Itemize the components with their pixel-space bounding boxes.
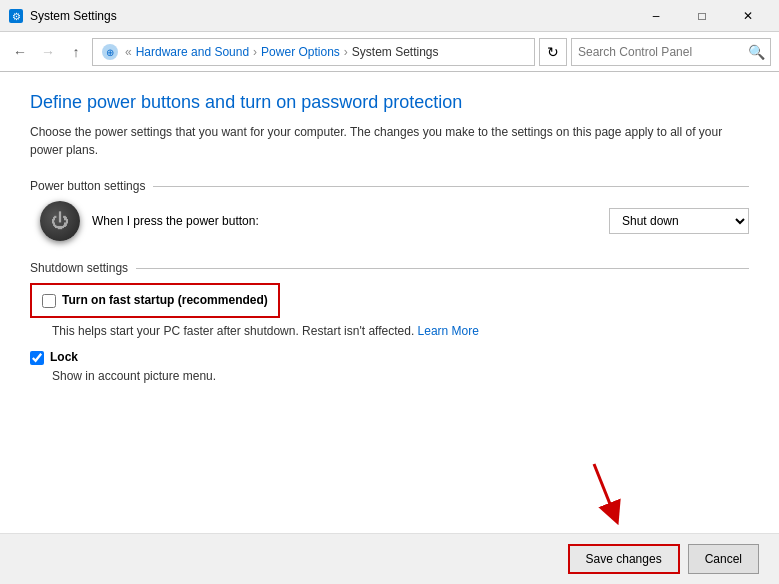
- power-button-section-header: Power button settings: [30, 179, 749, 193]
- lock-label[interactable]: Lock: [50, 350, 78, 364]
- power-button-section-label: Power button settings: [30, 179, 145, 193]
- power-dropdown-container: Shut down Sleep Hibernate Turn off the d…: [609, 208, 749, 234]
- maximize-button[interactable]: □: [679, 0, 725, 32]
- cancel-button[interactable]: Cancel: [688, 544, 759, 574]
- shutdown-section-label: Shutdown settings: [30, 261, 128, 275]
- breadcrumb-hardware[interactable]: Hardware and Sound: [136, 45, 249, 59]
- window-controls: – □ ✕: [633, 0, 771, 32]
- app-icon: ⚙: [8, 8, 24, 24]
- minimize-button[interactable]: –: [633, 0, 679, 32]
- breadcrumb-sep-1: ›: [253, 45, 257, 59]
- footer: Save changes Cancel: [0, 533, 779, 584]
- refresh-button[interactable]: ↻: [539, 38, 567, 66]
- lock-description: Show in account picture menu.: [52, 369, 749, 383]
- learn-more-link[interactable]: Learn More: [418, 324, 479, 338]
- search-input[interactable]: [572, 45, 742, 59]
- svg-text:⊕: ⊕: [106, 47, 114, 58]
- window-title: System Settings: [30, 9, 633, 23]
- shutdown-section: Shutdown settings Turn on fast startup (…: [30, 261, 749, 383]
- close-button[interactable]: ✕: [725, 0, 771, 32]
- power-button-label: When I press the power button:: [92, 214, 597, 228]
- shutdown-section-header: Shutdown settings: [30, 261, 749, 275]
- page-description: Choose the power settings that you want …: [30, 123, 749, 159]
- search-button[interactable]: 🔍: [742, 38, 770, 66]
- content-area: Define power buttons and turn on passwor…: [0, 72, 779, 533]
- up-button[interactable]: ↑: [64, 40, 88, 64]
- main-content: Define power buttons and turn on passwor…: [0, 72, 779, 584]
- save-changes-button[interactable]: Save changes: [568, 544, 680, 574]
- forward-button[interactable]: →: [36, 40, 60, 64]
- fast-startup-description: This helps start your PC faster after sh…: [52, 324, 749, 338]
- breadcrumb-current: System Settings: [352, 45, 439, 59]
- power-action-dropdown[interactable]: Shut down Sleep Hibernate Turn off the d…: [609, 208, 749, 234]
- breadcrumb-icon: ⊕: [101, 43, 119, 61]
- breadcrumb-power[interactable]: Power Options: [261, 45, 340, 59]
- address-right-controls: ↻ 🔍: [539, 38, 771, 66]
- breadcrumb: ⊕ « Hardware and Sound › Power Options ›…: [92, 38, 535, 66]
- fast-startup-box: Turn on fast startup (recommended): [30, 283, 280, 318]
- lock-checkbox[interactable]: [30, 351, 44, 365]
- svg-text:⚙: ⚙: [12, 11, 21, 22]
- breadcrumb-sep-2: ›: [344, 45, 348, 59]
- fast-startup-checkbox[interactable]: [42, 294, 56, 308]
- page-title: Define power buttons and turn on passwor…: [30, 92, 749, 113]
- search-box: 🔍: [571, 38, 771, 66]
- title-bar: ⚙ System Settings – □ ✕: [0, 0, 779, 32]
- back-button[interactable]: ←: [8, 40, 32, 64]
- lock-row: Lock: [30, 350, 749, 365]
- fast-startup-label[interactable]: Turn on fast startup (recommended): [62, 293, 268, 307]
- power-icon: [40, 201, 80, 241]
- power-button-row: When I press the power button: Shut down…: [30, 201, 749, 241]
- fast-startup-desc-text: This helps start your PC faster after sh…: [52, 324, 414, 338]
- breadcrumb-separator: «: [125, 45, 132, 59]
- address-bar: ← → ↑ ⊕ « Hardware and Sound › Power Opt…: [0, 32, 779, 72]
